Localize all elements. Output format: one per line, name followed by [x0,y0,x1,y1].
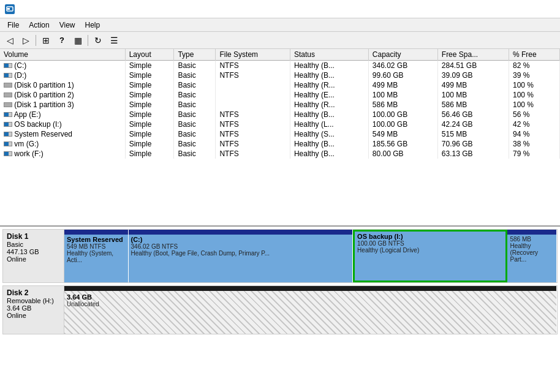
maximize-button[interactable] [522,3,538,15]
cell-type: Basic [174,61,216,71]
partition-system-reserved-size: 549 MB NTFS [67,243,126,250]
unallocated-label: Unallocated [67,301,554,307]
cell-pct: 100 % [509,90,559,100]
volume-table: Volume Layout Type File System Status Ca… [0,49,560,159]
cell-layout: Simple [125,119,174,129]
cell-status: Healthy (R... [290,100,368,110]
col-layout: Layout [125,49,174,61]
disk-1-size: 447.13 GB [7,248,60,255]
cell-fs: NTFS [216,70,290,80]
cell-volume: System Reserved [0,129,125,139]
cell-type: Basic [174,110,216,119]
table-row[interactable]: (C:) Simple Basic NTFS Healthy (B... 346… [0,61,560,71]
cell-capacity: 99.60 GB [368,70,437,80]
cell-capacity: 100.00 GB [368,119,437,129]
back-button[interactable]: ◁ [2,34,17,47]
cell-pct: 94 % [509,129,559,139]
partition-c-name: (C:) [131,236,350,243]
partition-os-backup[interactable]: OS backup (I:) 100.00 GB NTFS Healthy (L… [353,230,507,282]
partition-os-backup-status: Healthy (Logical Drive) [357,247,503,254]
partition-system-reserved-name: System Reserved [67,236,126,243]
menu-help[interactable]: Help [80,20,105,31]
partition-system-reserved[interactable]: System Reserved 549 MB NTFS Healthy (Sys… [64,230,129,282]
close-button[interactable] [539,3,555,15]
cell-capacity: 100.00 GB [368,110,437,119]
properties-button[interactable]: ☰ [107,34,121,47]
menu-bar: File Action View Help [0,18,560,32]
cell-capacity: 346.02 GB [368,61,437,71]
details-button[interactable]: ▦ [70,34,85,47]
disk-2-row: Disk 2 Removable (H:) 3.64 GB Online 3.6… [2,285,558,334]
table-row[interactable]: (Disk 0 partition 1) Simple Basic Health… [0,80,560,90]
col-filesystem: File System [216,49,290,61]
cell-fs: NTFS [216,139,290,149]
table-row[interactable]: System Reserved Simple Basic NTFS Health… [0,129,560,139]
toolbar: ◁ ▷ ⊞ ? ▦ ↻ ☰ [0,32,560,49]
cell-pct: 39 % [509,70,559,80]
cell-layout: Simple [125,110,174,119]
cell-capacity: 185.56 GB [368,139,437,149]
cell-type: Basic [174,90,216,100]
col-type: Type [174,49,216,61]
window-controls[interactable] [505,3,555,15]
volume-table-section: Volume Layout Type File System Status Ca… [0,49,560,227]
cell-fs [216,90,290,100]
cell-free: 70.96 GB [437,139,509,149]
cell-capacity: 499 MB [368,80,437,90]
partition-unallocated[interactable]: 3.64 GB Unallocated [64,286,557,334]
menu-action[interactable]: Action [24,20,54,31]
partition-c-status: Healthy (Boot, Page File, Crash Dump, Pr… [131,250,350,257]
menu-file[interactable]: File [2,20,24,31]
cell-fs: NTFS [216,110,290,119]
cell-free: 499 MB [437,80,509,90]
table-row[interactable]: work (F:) Simple Basic NTFS Healthy (B..… [0,149,560,159]
disk-2-type: Removable (H:) [7,297,60,304]
disk-1-type: Basic [7,241,60,248]
cell-free: 586 MB [437,100,509,110]
cell-status: Healthy (R... [290,80,368,90]
list-view-button[interactable]: ⊞ [39,34,53,47]
menu-view[interactable]: View [55,20,80,31]
cell-pct: 100 % [509,100,559,110]
cell-volume: vm (G:) [0,139,125,149]
col-free: Free Spa... [437,49,509,61]
title-bar [0,0,560,18]
col-volume: Volume [0,49,125,61]
table-row[interactable]: (Disk 1 partition 3) Simple Basic Health… [0,100,560,110]
cell-free: 39.09 GB [437,70,509,80]
cell-pct: 56 % [509,110,559,119]
disk-section: Disk 1 Basic 447.13 GB Online System Res… [0,227,560,392]
cell-layout: Simple [125,80,174,90]
cell-volume: (Disk 0 partition 1) [0,80,125,90]
cell-free: 284.51 GB [437,61,509,71]
table-row[interactable]: (Disk 0 partition 2) Simple Basic Health… [0,90,560,100]
forward-button[interactable]: ▷ [18,34,33,47]
cell-layout: Simple [125,70,174,80]
cell-layout: Simple [125,100,174,110]
table-row[interactable]: App (E:) Simple Basic NTFS Healthy (B...… [0,110,560,119]
cell-fs: NTFS [216,61,290,71]
table-row[interactable]: OS backup (I:) Simple Basic NTFS Healthy… [0,119,560,129]
cell-status: Healthy (L... [290,119,368,129]
cell-volume: work (F:) [0,149,125,159]
partition-recovery[interactable]: 586 MB Healthy (Recovery Part... [507,230,557,282]
cell-layout: Simple [125,139,174,149]
partition-recovery-size: 586 MB [510,236,554,243]
disk-2-size: 3.64 GB [7,304,60,312]
toolbar-separator-1 [36,35,36,46]
disk-1-row: Disk 1 Basic 447.13 GB Online System Res… [2,229,558,283]
cell-type: Basic [174,70,216,80]
minimize-button[interactable] [505,3,521,15]
cell-layout: Simple [125,149,174,159]
disk-2-name: Disk 2 [7,288,60,297]
cell-status: Healthy (S... [290,129,368,139]
table-row[interactable]: vm (G:) Simple Basic NTFS Healthy (B... … [0,139,560,149]
table-row[interactable]: (D:) Simple Basic NTFS Healthy (B... 99.… [0,70,560,80]
partition-c[interactable]: (C:) 346.02 GB NTFS Healthy (Boot, Page … [129,230,354,282]
cell-volume: (Disk 0 partition 2) [0,90,125,100]
cell-fs: NTFS [216,119,290,129]
disk-1-label: Disk 1 Basic 447.13 GB Online [3,230,64,282]
help-button[interactable]: ? [55,34,69,47]
cell-pct: 82 % [509,61,559,71]
refresh-button[interactable]: ↻ [91,34,105,47]
